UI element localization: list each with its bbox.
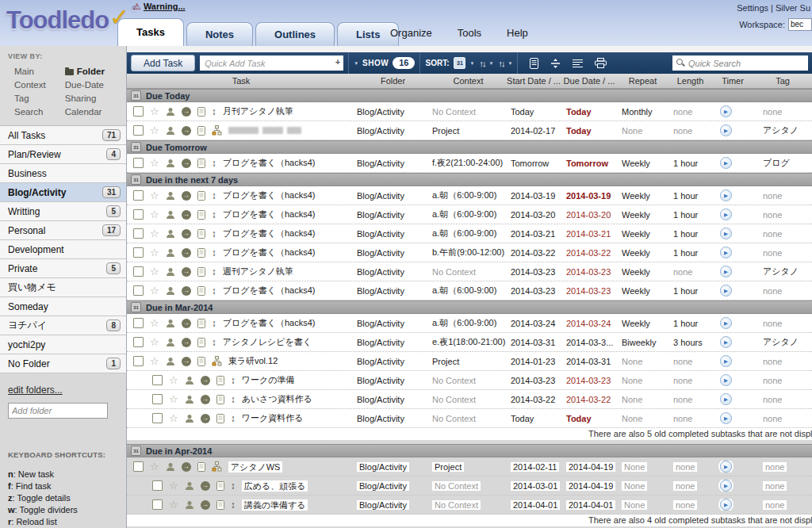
cell-context[interactable]: No Context (431, 376, 506, 385)
drag-handle-icon[interactable]: ↕ (231, 375, 236, 386)
menu-organize[interactable]: Organize (390, 27, 432, 39)
action-arrow-icon[interactable]: → (182, 229, 191, 239)
column-header-context[interactable]: Context (431, 76, 506, 86)
tab-notes[interactable]: Notes (186, 22, 253, 46)
cell-due[interactable]: 2014-03-19 (561, 191, 617, 201)
cell-tag[interactable]: none (753, 357, 812, 366)
cell-start[interactable]: Today (506, 107, 561, 117)
assign-person-icon[interactable] (166, 107, 175, 117)
assign-person-icon[interactable] (185, 414, 194, 423)
task-name[interactable]: あいさつ資料作る (242, 393, 312, 405)
cell-repeat[interactable]: None (617, 499, 668, 511)
cell-length[interactable]: 1 hour (668, 319, 712, 328)
cell-repeat[interactable]: None (617, 395, 668, 404)
cell-repeat[interactable]: Weekly (617, 229, 668, 239)
task-cell[interactable]: ☆→↕広める、頑張る (127, 480, 355, 492)
cell-context[interactable]: b.午前(9:00-12:00) (431, 247, 506, 258)
drag-handle-icon[interactable]: ↕ (212, 209, 216, 220)
complete-checkbox[interactable] (133, 209, 144, 220)
task-name[interactable]: 週刊アシタノ執筆 (223, 266, 293, 277)
action-arrow-icon[interactable]: → (182, 159, 191, 168)
timer-play-button[interactable]: ▶ (720, 189, 732, 201)
cell-start[interactable]: 2014-03-23 (506, 376, 561, 385)
task-cell[interactable]: ☆→↕ブログを書く（hacks4) (127, 209, 355, 220)
view-by-calendar[interactable]: Calendar (65, 106, 126, 117)
cell-start[interactable]: 2014-03-20 (506, 210, 561, 220)
complete-checkbox[interactable] (133, 318, 144, 328)
workspace-select[interactable]: bec (788, 18, 812, 31)
tab-tasks[interactable]: Tasks (117, 18, 184, 46)
task-row[interactable]: ☆→↕ブログを書く（hacks4)Blog/Activityb.午前(9:00-… (127, 243, 812, 262)
cell-due[interactable]: 2014-03-24 (561, 319, 617, 328)
drag-handle-icon[interactable]: ↕ (212, 158, 216, 169)
task-row[interactable]: ☆→↕ブログを書く（hacks4)Blog/Activitya.朝（6:00-9… (127, 314, 812, 333)
sort-secondary-button[interactable]: ↑↓ ▼ (479, 59, 493, 68)
star-icon[interactable]: ☆ (150, 190, 159, 201)
cell-tag[interactable]: none (753, 480, 812, 492)
task-row[interactable]: ☆→↕ブログを書く（hacks4)Blog/Activitya.朝（6:00-9… (127, 281, 812, 300)
drag-handle-icon[interactable]: ↕ (212, 247, 216, 258)
sidebar-item-item[interactable]: ヨチパイ8 (0, 316, 126, 335)
action-arrow-icon[interactable]: → (182, 462, 191, 472)
cell-folder[interactable]: Blog/Activity (355, 210, 431, 220)
assign-person-icon[interactable] (166, 229, 175, 239)
cell-tag[interactable]: none (753, 286, 812, 296)
cell-repeat[interactable]: Weekly (617, 267, 668, 277)
task-row[interactable]: ☆→↕広める、頑張るBlog/ActivityNo Context2014-03… (127, 476, 812, 495)
star-icon[interactable]: ☆ (150, 356, 159, 366)
complete-checkbox[interactable] (133, 158, 144, 168)
cell-due[interactable]: 2014-04-19 (561, 461, 617, 473)
star-icon[interactable]: ☆ (169, 413, 178, 423)
assign-person-icon[interactable] (166, 357, 175, 366)
star-icon[interactable]: ☆ (150, 266, 159, 277)
subtasks-tree-icon[interactable] (212, 356, 222, 366)
tab-outlines[interactable]: Outlines (255, 22, 335, 46)
cell-length[interactable]: none (668, 499, 712, 511)
star-icon[interactable]: ☆ (150, 337, 159, 347)
view-by-search[interactable]: Search (14, 106, 65, 117)
note-icon[interactable] (197, 248, 205, 258)
cell-due[interactable]: 2014-03-3... (561, 338, 617, 347)
action-arrow-icon[interactable]: → (182, 338, 191, 347)
cell-folder[interactable]: Blog/Activity (355, 248, 431, 258)
drag-handle-icon[interactable]: ↕ (212, 190, 216, 201)
assign-person-icon[interactable] (166, 286, 175, 296)
cell-folder[interactable]: Blog/Activity (355, 461, 431, 473)
cell-context[interactable]: No Context (431, 480, 506, 492)
cell-folder[interactable]: Blog/Activity (355, 286, 431, 296)
cell-length[interactable]: none (668, 267, 712, 277)
cell-context[interactable]: Project (431, 126, 506, 136)
note-icon[interactable] (216, 500, 224, 510)
star-icon[interactable]: ☆ (150, 209, 159, 220)
note-icon[interactable] (197, 229, 205, 239)
assign-person-icon[interactable] (185, 376, 194, 385)
task-cell[interactable]: ☆→↕ブログを書く（hacks4) (127, 189, 355, 201)
cell-due[interactable]: 2014-03-21 (561, 229, 617, 239)
complete-checkbox[interactable] (133, 285, 144, 296)
task-row[interactable]: ☆→アシタノWSBlog/ActivityProject2014-02-1120… (127, 457, 812, 476)
cell-folder[interactable]: Blog/Activity (355, 480, 431, 492)
section-header-due-in-the-next-7-days[interactable]: 31Due in the next 7 days (127, 173, 812, 186)
cell-tag[interactable]: none (753, 499, 812, 511)
cell-start[interactable]: 2014-01-23 (506, 357, 561, 366)
cell-folder[interactable]: Blog/Activity (355, 338, 431, 347)
timer-play-button[interactable]: ▶ (720, 336, 732, 348)
cell-folder[interactable]: Blog/Activity (355, 159, 431, 168)
task-row[interactable]: ☆→↕ブログを書く（hacks4)Blog/Activitya.朝（6:00-9… (127, 224, 812, 243)
cell-folder[interactable]: Blog/Activity (355, 414, 431, 423)
task-name[interactable]: アシタノWS (228, 461, 283, 473)
assign-person-icon[interactable] (166, 319, 175, 328)
column-header-timer[interactable]: Timer (712, 76, 753, 86)
menu-tools[interactable]: Tools (458, 27, 481, 39)
cell-repeat[interactable]: Monthly (617, 107, 668, 117)
complete-checkbox[interactable] (133, 337, 144, 347)
printer-icon[interactable] (595, 58, 607, 68)
cell-repeat[interactable]: None (617, 126, 668, 136)
cell-due[interactable]: 2014-03-23 (561, 376, 617, 385)
cell-tag[interactable]: none (753, 319, 812, 328)
cell-length[interactable]: 1 hour (668, 191, 712, 201)
cell-tag[interactable]: none (753, 414, 812, 423)
sort-by-date-button[interactable]: 31 ▼ (454, 57, 474, 69)
action-arrow-icon[interactable]: → (201, 376, 210, 385)
cell-due[interactable]: 2014-04-19 (561, 480, 617, 492)
